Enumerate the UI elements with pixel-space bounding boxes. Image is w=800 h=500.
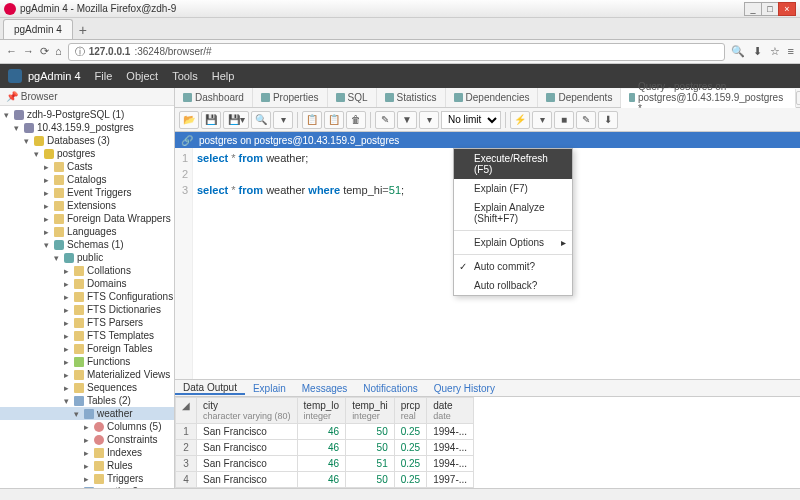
- menu-auto-commit[interactable]: Auto commit?: [454, 257, 572, 276]
- menu-explain[interactable]: Explain (F7): [454, 179, 572, 198]
- maximize-button[interactable]: □: [761, 2, 779, 16]
- menu-explain-analyze[interactable]: Explain Analyze (Shift+F7): [454, 198, 572, 228]
- connection-bar[interactable]: 🔗 postgres on postgres@10.43.159.9_postg…: [175, 132, 800, 148]
- download-button[interactable]: ⬇: [598, 111, 618, 129]
- tree-functions[interactable]: ▸Functions: [0, 355, 174, 368]
- outtab-explain[interactable]: Explain: [245, 383, 294, 394]
- copy-button[interactable]: 📋: [302, 111, 322, 129]
- tree-sequences[interactable]: ▸Sequences: [0, 381, 174, 394]
- tree-event-triggers[interactable]: ▸Event Triggers: [0, 186, 174, 199]
- tree-table-weather[interactable]: ▾weather: [0, 407, 174, 420]
- sql-editor[interactable]: 123 select * from weather; select * from…: [175, 148, 800, 379]
- tree-domains[interactable]: ▸Domains: [0, 277, 174, 290]
- download-icon[interactable]: ⬇: [753, 45, 762, 58]
- tab-query[interactable]: Query - postgres on postgres@10.43.159.9…: [621, 89, 795, 108]
- tab-close-button[interactable]: ×: [796, 91, 800, 105]
- tree-columns[interactable]: ▸Columns (5): [0, 420, 174, 433]
- url-path: :36248/browser/#: [134, 46, 211, 57]
- outtab-messages[interactable]: Messages: [294, 383, 356, 394]
- execute-button[interactable]: ⚡: [510, 111, 530, 129]
- menu-help[interactable]: Help: [212, 70, 235, 82]
- tree-fdw[interactable]: ▸Foreign Data Wrappers: [0, 212, 174, 225]
- tree-collations[interactable]: ▸Collations: [0, 264, 174, 277]
- stop-button[interactable]: ■: [554, 111, 574, 129]
- col-prcp[interactable]: prcpreal: [394, 398, 426, 424]
- close-button[interactable]: ×: [778, 2, 796, 16]
- tree-fts-templates[interactable]: ▸FTS Templates: [0, 329, 174, 342]
- address-bar[interactable]: ⓘ 127.0.0.1:36248/browser/#: [68, 43, 725, 61]
- save-dropdown[interactable]: 💾▾: [223, 111, 249, 129]
- menu-explain-options[interactable]: Explain Options: [454, 233, 572, 252]
- tree-triggers[interactable]: ▸Triggers: [0, 472, 174, 485]
- limit-select[interactable]: No limit: [441, 111, 501, 129]
- search-icon[interactable]: 🔍: [731, 45, 745, 58]
- menu-file[interactable]: File: [95, 70, 113, 82]
- col-temp-lo[interactable]: temp_lointeger: [297, 398, 346, 424]
- table-row[interactable]: 1San Francisco46500.251994-...: [176, 424, 474, 440]
- forward-button[interactable]: →: [23, 45, 34, 58]
- tree-server-group[interactable]: ▾zdh-9-PostgreSQL (1): [0, 108, 174, 121]
- tree-fts-parsers[interactable]: ▸FTS Parsers: [0, 316, 174, 329]
- delete-button[interactable]: 🗑: [346, 111, 366, 129]
- tab-statistics[interactable]: Statistics: [377, 88, 446, 107]
- filter-button[interactable]: ▼: [397, 111, 417, 129]
- tree-server[interactable]: ▾10.43.159.9_postgres: [0, 121, 174, 134]
- menu-tools[interactable]: Tools: [172, 70, 198, 82]
- outtab-history[interactable]: Query History: [426, 383, 503, 394]
- table-row[interactable]: 2San Francisco46500.251994-...: [176, 440, 474, 456]
- minimize-button[interactable]: _: [744, 2, 762, 16]
- outtab-notifications[interactable]: Notifications: [355, 383, 425, 394]
- results-grid[interactable]: ◢ citycharacter varying (80) temp_lointe…: [175, 397, 800, 488]
- tree-table-weather2[interactable]: ▸weather2: [0, 485, 174, 488]
- browser-tab[interactable]: pgAdmin 4: [3, 19, 73, 39]
- outtab-data[interactable]: Data Output: [175, 382, 245, 395]
- tree-public[interactable]: ▾public: [0, 251, 174, 264]
- tree-extensions[interactable]: ▸Extensions: [0, 199, 174, 212]
- tab-sql[interactable]: SQL: [328, 88, 377, 107]
- tab-dependents[interactable]: Dependents: [538, 88, 621, 107]
- tree-indexes[interactable]: ▸Indexes: [0, 446, 174, 459]
- tab-dashboard[interactable]: Dashboard: [175, 88, 253, 107]
- find-button[interactable]: 🔍: [251, 111, 271, 129]
- paste-button[interactable]: 📋: [324, 111, 344, 129]
- bookmark-icon[interactable]: ☆: [770, 45, 780, 58]
- back-button[interactable]: ←: [6, 45, 17, 58]
- col-city[interactable]: citycharacter varying (80): [197, 398, 298, 424]
- tree-catalogs[interactable]: ▸Catalogs: [0, 173, 174, 186]
- tree-fts-dict[interactable]: ▸FTS Dictionaries: [0, 303, 174, 316]
- edit-button[interactable]: ✎: [375, 111, 395, 129]
- tab-properties[interactable]: Properties: [253, 88, 328, 107]
- tree-tables[interactable]: ▾Tables (2): [0, 394, 174, 407]
- tree-rules[interactable]: ▸Rules: [0, 459, 174, 472]
- tree-fts-conf[interactable]: ▸FTS Configurations: [0, 290, 174, 303]
- tree-mat-views[interactable]: ▸Materialized Views: [0, 368, 174, 381]
- tree-languages[interactable]: ▸Languages: [0, 225, 174, 238]
- filter-dropdown[interactable]: ▾: [419, 111, 439, 129]
- open-button[interactable]: 📂: [179, 111, 199, 129]
- menu-object[interactable]: Object: [126, 70, 158, 82]
- reload-button[interactable]: ⟳: [40, 45, 49, 58]
- tree-foreign-tables[interactable]: ▸Foreign Tables: [0, 342, 174, 355]
- table-row[interactable]: 3San Francisco46510.251994-...: [176, 456, 474, 472]
- tree-constraints[interactable]: ▸Constraints: [0, 433, 174, 446]
- find-dropdown[interactable]: ▾: [273, 111, 293, 129]
- object-tree[interactable]: ▾zdh-9-PostgreSQL (1) ▾10.43.159.9_postg…: [0, 106, 174, 488]
- tree-db-postgres[interactable]: ▾postgres: [0, 147, 174, 160]
- col-temp-hi[interactable]: temp_hiinteger: [346, 398, 395, 424]
- menu-icon[interactable]: ≡: [788, 45, 794, 58]
- menu-execute-refresh[interactable]: Execute/Refresh (F5): [454, 149, 572, 179]
- tree-casts[interactable]: ▸Casts: [0, 160, 174, 173]
- table-row[interactable]: 4San Francisco46500.251997-...: [176, 472, 474, 488]
- tree-schemas[interactable]: ▾Schemas (1): [0, 238, 174, 251]
- tree-databases[interactable]: ▾Databases (3): [0, 134, 174, 147]
- explain-button[interactable]: ✎: [576, 111, 596, 129]
- save-button[interactable]: 💾: [201, 111, 221, 129]
- new-tab-button[interactable]: +: [73, 21, 93, 39]
- execute-dropdown[interactable]: ▾: [532, 111, 552, 129]
- menu-auto-rollback[interactable]: Auto rollback?: [454, 276, 572, 295]
- col-date[interactable]: datedate: [427, 398, 474, 424]
- rownum-header: ◢: [176, 398, 197, 424]
- pin-icon[interactable]: 📌: [6, 91, 18, 102]
- tab-dependencies[interactable]: Dependencies: [446, 88, 539, 107]
- home-button[interactable]: ⌂: [55, 45, 62, 58]
